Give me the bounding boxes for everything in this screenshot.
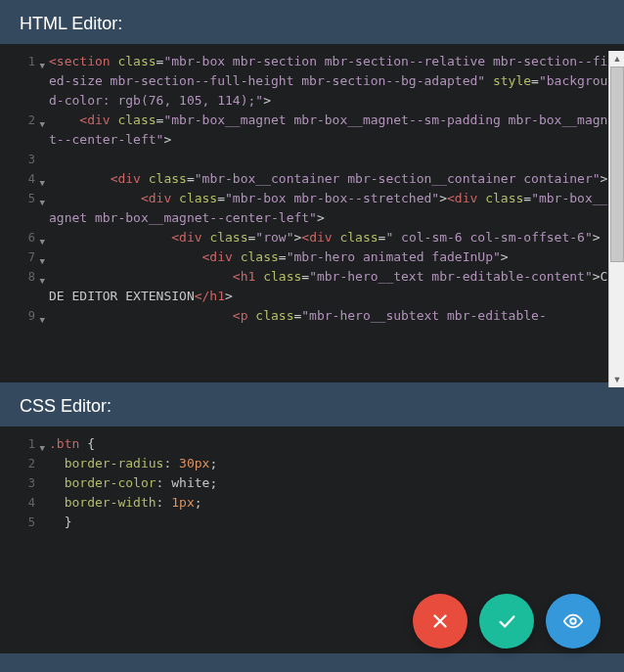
html-code-area[interactable]: <section class="mbr-box mbr-section mbr-… (41, 44, 624, 334)
css-gutter: 1▼2345 (0, 426, 41, 532)
check-icon (496, 610, 517, 632)
scroll-up-icon[interactable]: ▲ (609, 51, 624, 67)
preview-button[interactable] (546, 594, 601, 649)
action-buttons (413, 594, 601, 649)
css-editor-header: CSS Editor: (0, 382, 624, 426)
css-code-area[interactable]: .btn { border-radius: 30px; border-color… (41, 426, 624, 540)
svg-point-2 (570, 618, 576, 624)
html-scrollbar[interactable]: ▲ ▼ (608, 51, 624, 387)
cancel-button[interactable] (413, 594, 468, 649)
eye-icon (562, 610, 584, 632)
html-editor[interactable]: 1▼2▼34▼5▼6▼7▼8▼9▼ <section class="mbr-bo… (0, 44, 624, 382)
html-editor-header: HTML Editor: (0, 0, 624, 44)
close-icon (429, 610, 451, 632)
scroll-down-icon[interactable]: ▼ (609, 372, 624, 387)
scrollbar-thumb[interactable] (610, 67, 624, 262)
save-button[interactable] (479, 594, 534, 649)
html-gutter: 1▼2▼34▼5▼6▼7▼8▼9▼ (0, 44, 41, 326)
